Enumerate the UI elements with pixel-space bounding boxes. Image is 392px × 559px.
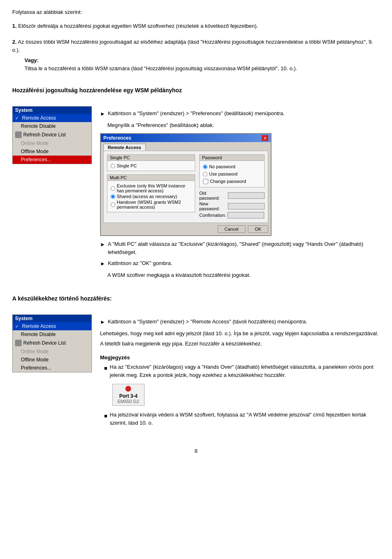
refresh-icon-2	[15, 340, 22, 346]
checkmark-icon: ✓	[15, 116, 19, 121]
sidebar1-remote-disable[interactable]: Remote Disable	[13, 122, 91, 130]
old-password-input[interactable]	[228, 192, 265, 199]
multi-pc-section: Multi PC Exclusive (only this WSM instan…	[107, 174, 195, 212]
arrow-icon-2: ►	[100, 241, 105, 256]
password-body: No password Use password Change password	[200, 161, 264, 187]
no-password-radio[interactable]	[203, 165, 207, 169]
sidebar2-offline-mode[interactable]: Offline Mode	[13, 356, 91, 364]
sidebar1-preferences[interactable]: Preferences...	[13, 156, 91, 164]
step-2: 2. Az összes többi WSM hozzáférési jogos…	[12, 38, 380, 75]
arrow2: ► A "Multi PC" alatt válassza az "Exclus…	[100, 240, 380, 256]
sidebar2-remote-disable[interactable]: Remote Disable	[13, 330, 91, 339]
single-pc-radio[interactable]	[111, 164, 115, 168]
note-title: Megjegyzés	[100, 354, 380, 362]
section1-right: ► Kattintson a "System" (rendszer) > "Pr…	[100, 106, 380, 281]
password-section: Password No password Use password	[199, 154, 265, 219]
single-pc-radio-row: Single PC	[111, 163, 192, 168]
new-password-label: New password:	[199, 201, 226, 211]
sidebar1-refresh[interactable]: Refresh Device List	[13, 130, 91, 139]
section2-right: ► Kattintson a "System" (rendszer) > "Re…	[100, 314, 380, 432]
device-model-label: EM550 G2	[118, 399, 139, 404]
handover-radio-label: Handover (WSM1 grants WSM2 permanent acc…	[117, 200, 192, 209]
panel-header-2: System	[13, 315, 91, 322]
new-password-row: New password:	[199, 201, 265, 211]
refresh-icon	[15, 131, 22, 138]
change-password-row: Change password	[203, 178, 261, 185]
handover-radio[interactable]	[111, 203, 115, 207]
confirmation-label: Confirmation:	[199, 213, 226, 218]
password-fields: Old password: New password: Confirmation…	[199, 191, 265, 218]
single-pc-section: Single PC Single PC	[107, 154, 195, 171]
note-list: ■ Ha az "Exclusive" (kizárólagos) vagy a…	[100, 363, 380, 379]
no-password-label: No password	[209, 164, 235, 169]
arrow-icon-3: ►	[100, 260, 105, 268]
sidebar2-preferences[interactable]: Preferences...	[13, 364, 91, 372]
sidebar1-remote-access[interactable]: ✓ Remote Access	[13, 114, 91, 122]
cancel-button[interactable]: Cancel	[218, 225, 245, 233]
old-password-label: Old password:	[199, 191, 226, 200]
bullet-square-icon-1: ■	[104, 364, 107, 379]
preferences-dialog: Preferences ✕ Remote Access Single PC	[100, 133, 272, 236]
sidebar1-offline-mode[interactable]: Offline Mode	[13, 147, 91, 156]
arrow-icon-4: ►	[100, 318, 105, 326]
dialog-left-col: Single PC Single PC Multi PC	[107, 154, 195, 219]
no-password-row: No password	[203, 163, 261, 170]
sidebar2-remote-access[interactable]: ✓ Remote Access	[13, 322, 91, 330]
arrow3: ► Kattintson az "OK" gombra.	[100, 259, 380, 268]
password-title: Password	[200, 155, 264, 161]
handover-radio-row: Handover (WSM1 grants WSM2 permanent acc…	[111, 200, 192, 209]
system-panel-2: System ✓ Remote Access Remote Disable Re…	[12, 314, 92, 372]
port-device-thumbnail: Port 3-4 EM550 G2	[112, 384, 145, 406]
ok-button[interactable]: OK	[248, 225, 268, 233]
use-password-label: Use password	[209, 171, 238, 176]
exclusive-radio-label: Exclusive (only this WSM instance has pe…	[117, 183, 192, 193]
change-password-label: Change password	[210, 179, 246, 184]
change-password-checkbox[interactable]	[203, 179, 208, 184]
dialog-close-button[interactable]: ✕	[262, 135, 268, 141]
note-list-2: ■ Ha jelszóval kívánja védeni a WSM szof…	[100, 411, 380, 427]
dialog-title: Preferences	[103, 135, 131, 141]
arrow1: ► Kattintson a "System" (rendszer) > "Pr…	[100, 109, 380, 118]
use-password-row: Use password	[203, 171, 261, 177]
multi-pc-title: Multi PC	[107, 175, 195, 181]
note-box: Megjegyzés ■ Ha az "Exclusive" (kizáróla…	[100, 354, 380, 427]
sidebar2-online-mode: Online Mode	[13, 347, 91, 356]
step-1: 1. Először definiálja a hozzáférési jogo…	[12, 22, 380, 33]
dialog-titlebar: Preferences ✕	[101, 134, 271, 142]
use-password-radio[interactable]	[203, 172, 207, 176]
note-item-2: ■ Ha jelszóval kívánja védeni a WSM szof…	[104, 411, 380, 427]
shared-radio[interactable]	[111, 194, 115, 199]
bullet-square-icon-2: ■	[104, 412, 107, 427]
sidebar1-online-mode: Online Mode	[13, 139, 91, 147]
section2-heading: A készülékekhez történő hozzáférés:	[12, 294, 380, 303]
step1-text: 1. Először definiálja a hozzáférési jogo…	[12, 22, 380, 30]
red-dot-indicator	[125, 386, 131, 392]
port-label: Port 3-4	[119, 393, 138, 399]
panel-header-1: System	[13, 107, 91, 114]
section1-heading: Hozzáférési jogosultság hozzárendelése e…	[12, 86, 380, 95]
note-item-1: ■ Ha az "Exclusive" (kizárólagos) vagy a…	[104, 363, 380, 379]
step2b-text: Vagy: Tiltsa le a hozzáférést a többi WS…	[24, 56, 380, 72]
multi-pc-body: Exclusive (only this WSM instance has pe…	[107, 181, 195, 212]
confirmation-input[interactable]	[227, 212, 264, 218]
page-number: 8	[12, 448, 380, 454]
old-password-row: Old password:	[199, 191, 265, 200]
exclusive-radio[interactable]	[111, 186, 115, 191]
sidebar2-refresh[interactable]: Refresh Device List	[13, 339, 91, 347]
section2-arrow1: ► Kattintson a "System" (rendszer) > "Re…	[100, 318, 380, 326]
arrow-icon-1: ►	[100, 110, 105, 118]
section2-layout: System ✓ Remote Access Remote Disable Re…	[12, 314, 380, 432]
exclusive-radio-row: Exclusive (only this WSM instance has pe…	[111, 183, 192, 193]
shared-radio-label: Shared (access as necessary)	[117, 194, 177, 199]
dialog-body: Single PC Single PC Multi PC	[103, 151, 268, 223]
tab-remote-access[interactable]: Remote Access	[103, 144, 146, 151]
section2-text2: A tételtől balra megjelenik egy pipa. Ez…	[100, 340, 380, 348]
system-panel-1: System ✓ Remote Access Remote Disable Re…	[12, 106, 92, 164]
page-content: Folytassa az alábbiak szerint: 1. Előszö…	[12, 8, 380, 454]
new-password-input[interactable]	[228, 203, 265, 209]
step2a-text: 2. Az összes többi WSM hozzáférési jogos…	[12, 38, 380, 54]
section2-text1: Lehetséges, hogy meg kell adni egy jelsz…	[100, 330, 380, 338]
checkmark-icon-2: ✓	[15, 324, 19, 329]
single-pc-body: Single PC	[107, 161, 195, 171]
arrow1b-text: Megnyílik a "Preferences" (beállítások) …	[107, 121, 380, 129]
